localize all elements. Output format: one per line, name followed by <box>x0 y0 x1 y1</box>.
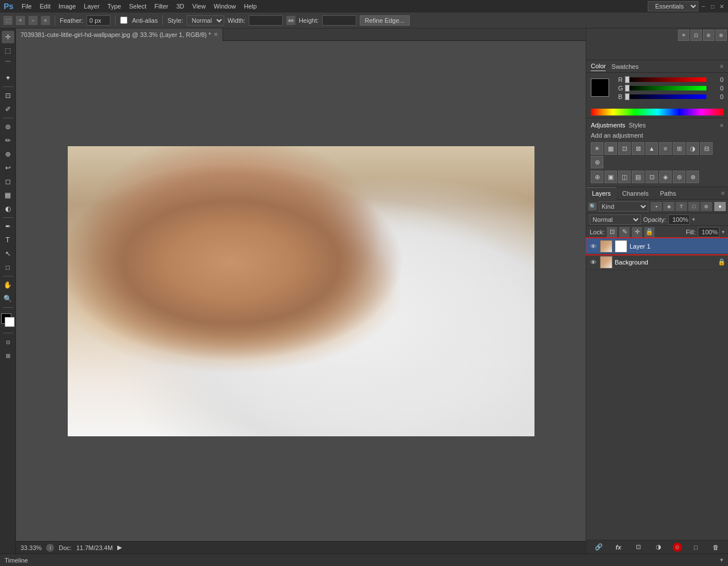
lasso-tool[interactable]: ⌒ <box>2 58 14 71</box>
gradient-tool[interactable]: ▦ <box>2 189 14 201</box>
spot-heal-tool[interactable]: ⊛ <box>2 121 14 133</box>
background-color[interactable] <box>5 317 15 327</box>
zoom-tool[interactable]: 🔍 <box>2 292 14 305</box>
adj-exposure[interactable]: ⊠ <box>632 142 644 155</box>
menu-view[interactable]: View <box>189 2 209 11</box>
new-fill-adj-btn[interactable]: ◑ <box>653 542 664 552</box>
lock-all-icon[interactable]: 🔒 <box>644 227 655 237</box>
adj-brightness[interactable]: ☀ <box>591 142 603 155</box>
menu-3d[interactable]: 3D <box>173 2 188 11</box>
adj-selectivecolor[interactable]: ⊡ <box>645 171 658 183</box>
width-input[interactable] <box>249 15 283 26</box>
marquee-intersect-icon[interactable]: × <box>41 16 50 25</box>
adj-extra1[interactable]: ◈ <box>659 171 672 183</box>
adj-channelmixer[interactable]: ⊛ <box>591 156 603 168</box>
anti-alias-checkbox[interactable] <box>120 16 127 24</box>
crop-tool[interactable]: ⊡ <box>2 89 14 102</box>
adj-levels[interactable]: ▦ <box>604 142 617 155</box>
marquee-tool[interactable]: ⬚ <box>2 44 14 57</box>
blue-slider[interactable] <box>627 94 706 99</box>
fill-arrow[interactable]: ▾ <box>722 229 725 235</box>
filter-smart[interactable]: ⊛ <box>701 202 712 211</box>
adj-invert[interactable]: ⊕ <box>591 171 603 183</box>
eraser-tool[interactable]: ◻ <box>2 175 14 188</box>
green-slider[interactable] <box>627 86 706 90</box>
adj-extra3[interactable]: ⊗ <box>686 171 699 183</box>
eyedropper-tool[interactable]: ✐ <box>2 103 14 115</box>
menu-type[interactable]: Type <box>104 2 125 11</box>
mini-btn-1[interactable]: ☀ <box>678 30 689 41</box>
filter-toggle-btn[interactable]: ● <box>714 202 726 211</box>
color-tab[interactable]: Color <box>591 61 606 71</box>
feather-input[interactable] <box>87 15 110 26</box>
add-mask-btn[interactable]: ⊡ <box>633 542 644 552</box>
red-slider[interactable] <box>627 77 706 82</box>
pen-tool[interactable]: ✒ <box>2 220 14 233</box>
height-input[interactable] <box>322 15 356 26</box>
marquee-add-icon[interactable]: + <box>16 16 25 25</box>
menu-image[interactable]: Image <box>55 2 80 11</box>
magic-wand-tool[interactable]: ✦ <box>2 72 14 84</box>
adj-threshold[interactable]: ◫ <box>618 171 631 183</box>
color-preview-swatch[interactable] <box>591 79 609 97</box>
adj-vibrance[interactable]: ▲ <box>645 142 658 155</box>
canvas-content[interactable] <box>16 41 586 541</box>
swap-wh-icon[interactable]: ⇔ <box>286 16 295 25</box>
clone-tool[interactable]: ⊕ <box>2 148 14 160</box>
blend-mode-dropdown[interactable]: Normal <box>590 214 641 225</box>
lock-position-icon[interactable]: ✎ <box>619 227 630 237</box>
new-layer-btn[interactable]: □ <box>690 542 702 552</box>
filter-search-icon[interactable]: 🔍 <box>589 203 597 210</box>
opacity-input[interactable] <box>668 214 690 225</box>
document-tab-close[interactable]: ✕ <box>213 31 218 38</box>
layer1-visibility[interactable]: 👁 <box>589 242 598 251</box>
screen-mode-tool[interactable]: ⊞ <box>2 349 14 362</box>
adjustments-tab[interactable]: Adjustments <box>591 122 626 129</box>
type-tool[interactable]: T <box>2 234 14 246</box>
adj-photofilter[interactable]: ⊟ <box>700 142 713 155</box>
fill-input[interactable] <box>698 227 719 237</box>
hand-tool[interactable]: ✋ <box>2 279 14 291</box>
close-button[interactable]: ✕ <box>718 2 726 10</box>
marquee-subtract-icon[interactable]: − <box>28 16 38 25</box>
create-group-btn[interactable]: ⊙ <box>673 543 682 552</box>
status-arrow[interactable]: ▶ <box>117 544 122 551</box>
document-tab[interactable]: 7039381-cute-little-girl-hd-wallpaper.jp… <box>16 28 223 41</box>
filter-kind-dropdown[interactable]: Kind <box>599 201 648 212</box>
filter-pixel[interactable]: ▪ <box>651 202 662 211</box>
refine-edge-button[interactable]: Refine Edge... <box>360 15 410 26</box>
path-select-tool[interactable]: ↖ <box>2 247 14 260</box>
lock-pixels-icon[interactable]: ⊡ <box>607 227 617 237</box>
fg-bg-color-picker[interactable] <box>0 312 16 328</box>
adj-bw[interactable]: ◑ <box>686 142 699 155</box>
link-layers-btn[interactable]: 🔗 <box>593 542 604 552</box>
workspace-dropdown[interactable]: Essentials <box>648 1 698 11</box>
mini-btn-4[interactable]: ⊗ <box>715 30 727 41</box>
adj-gradientmap[interactable]: ▤ <box>632 171 644 183</box>
color-panel-menu[interactable]: ≡ <box>720 63 723 69</box>
move-tool[interactable]: ✛ <box>2 31 14 43</box>
adj-extra2[interactable]: ⊚ <box>673 171 685 183</box>
menu-select[interactable]: Select <box>126 2 150 11</box>
adj-hsl[interactable]: ≡ <box>659 142 672 155</box>
layers-panel-menu[interactable]: ≡ <box>721 190 728 196</box>
shape-tool[interactable]: □ <box>2 261 14 274</box>
timeline-toggle[interactable]: ▾ <box>720 556 723 564</box>
adj-panel-menu[interactable]: ≡ <box>720 122 723 129</box>
channels-tab[interactable]: Channels <box>616 187 654 200</box>
mini-btn-2[interactable]: ⊡ <box>690 30 702 41</box>
styles-tab[interactable]: Styles <box>629 122 646 129</box>
filter-type[interactable]: T <box>676 202 687 211</box>
quick-mask-tool[interactable]: ⊙ <box>2 336 14 348</box>
menu-file[interactable]: File <box>18 2 35 11</box>
brush-tool[interactable]: ✏ <box>2 134 14 147</box>
menu-layer[interactable]: Layer <box>80 2 103 11</box>
dodge-tool[interactable]: ◐ <box>2 203 14 215</box>
menu-help[interactable]: Help <box>241 2 261 11</box>
menu-window[interactable]: Window <box>210 2 239 11</box>
mini-btn-3[interactable]: ⊛ <box>703 30 714 41</box>
adj-colorbalance[interactable]: ⊞ <box>673 142 685 155</box>
layer-row-layer1[interactable]: 👁 Layer 1 <box>586 238 728 254</box>
filter-adjustment[interactable]: ◈ <box>663 202 674 211</box>
menu-edit[interactable]: Edit <box>36 2 54 11</box>
